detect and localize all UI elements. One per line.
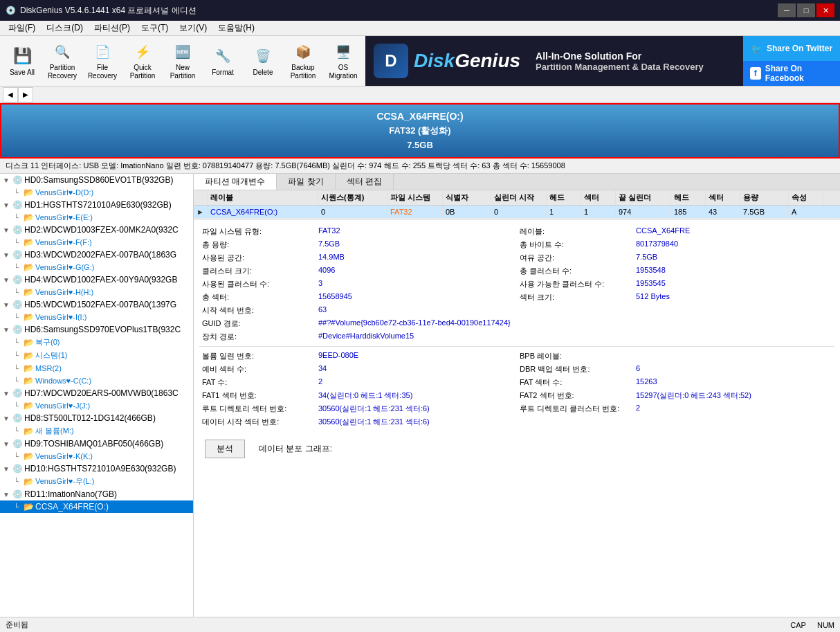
drive-icon-i: 📂 bbox=[24, 312, 34, 322]
tree-item-m[interactable]: └ 📂 새 볼륨(M:) bbox=[0, 424, 193, 437]
fs-root-dir-sector-row: 루트 디렉토리 섹터 번호: 30560(실린더:1 헤드:231 섹터:6) bbox=[199, 402, 517, 415]
col-attr: 속성 bbox=[789, 190, 823, 205]
file-recovery-label: FileRecovery bbox=[88, 64, 117, 80]
tab-file-search[interactable]: 파일 찾기 bbox=[277, 174, 335, 190]
quick-partition-button[interactable]: ⚡ QuickPartition bbox=[123, 39, 162, 82]
tree-item-hd8[interactable]: ▼ 💿 HD8:ST500LT012-1DG142(466GB) bbox=[0, 412, 193, 424]
row-capacity: 7.5GB bbox=[740, 206, 789, 218]
tree-item-system[interactable]: └ 📂 시스템(1) bbox=[0, 349, 193, 362]
fs-info-grid: 파일 시스템 유형: FAT32 레이블: CCSA_X64FRE 총 용량: … bbox=[199, 225, 834, 343]
fs-free-row: 여유 공간: 7.5GB bbox=[517, 251, 834, 264]
backup-partition-button[interactable]: 📦 BackupPartition bbox=[284, 39, 322, 82]
tree-item-g[interactable]: └ 📂 VenusGirl♥-G(G:) bbox=[0, 261, 193, 273]
fs-type-row: 파일 시스템 유형: FAT32 bbox=[199, 225, 517, 238]
fs-reserved-row: 예비 섹터 수: 34 bbox=[199, 363, 517, 376]
maximize-button[interactable]: □ bbox=[797, 3, 815, 17]
fs-avail-clusters-row: 사용 가능한 클러스터 수: 1953545 bbox=[517, 278, 834, 291]
format-button[interactable]: 🔧 Format bbox=[203, 39, 242, 82]
tree-item-j[interactable]: └ 📂 VenusGirl♥-J(J:) bbox=[0, 399, 193, 412]
close-button[interactable]: ✕ bbox=[816, 3, 834, 17]
col-sector: 섹터 bbox=[581, 190, 616, 205]
nav-forward-button[interactable]: ▶ bbox=[18, 87, 33, 102]
fs-used-clusters-value: 3 bbox=[318, 279, 322, 287]
delete-label: Delete bbox=[253, 69, 273, 77]
tab-sector-edit[interactable]: 섹터 편집 bbox=[336, 174, 394, 190]
tree-item-hd9[interactable]: ▼ 💿 HD9:TOSHIBAMQ01ABF050(466GB) bbox=[0, 437, 193, 450]
tree-item-hd0[interactable]: ▼ 💿 HD0:SamsungSSD860EVO1TB(932GB) bbox=[0, 174, 193, 186]
menu-file[interactable]: 파일(F) bbox=[3, 21, 41, 35]
fs-start-sector-row: 시작 섹터 번호: 63 bbox=[199, 304, 517, 317]
tab-partition-params[interactable]: 파티션 매개변수 bbox=[194, 174, 277, 190]
col-indicator bbox=[194, 190, 208, 205]
menubar: 파일(F) 디스크(D) 파티션(P) 도구(T) 보기(V) 도움말(H) bbox=[0, 21, 840, 36]
tree-item-hd5[interactable]: ▼ 💿 HD5:WDCWD1502FAEX-007BA0(1397G bbox=[0, 298, 193, 311]
drive-icon-d: 📂 bbox=[24, 188, 34, 197]
row-sector: 1 bbox=[581, 206, 616, 218]
disk-info-bar: 디스크 11 인터페이스: USB 모델: ImationNano 일련 번호:… bbox=[0, 159, 840, 174]
tree-item-recovery[interactable]: └ 📂 복구(0) bbox=[0, 336, 193, 349]
status-right: CAP NUM bbox=[790, 621, 834, 629]
new-partition-button[interactable]: 🆕 NewPartition bbox=[163, 39, 202, 82]
tree-item-hd10[interactable]: ▼ 💿 HD10:HGSTHTS721010A9E630(932GB) bbox=[0, 462, 193, 475]
tree-item-d[interactable]: └ 📂 VenusGirl♥-D(D:) bbox=[0, 186, 193, 199]
fs-root-dir-sector-label: 루트 디렉토리 섹터 번호: bbox=[202, 404, 313, 414]
os-migration-button[interactable]: 🖥️ OS Migration bbox=[324, 39, 363, 82]
tree-item-o[interactable]: └ 📂 CCSA_X64FRE(O:) bbox=[0, 500, 193, 513]
share-twitter-button[interactable]: 🐦 Share On Twitter bbox=[743, 36, 840, 61]
fs-avail-clusters-label: 사용 가능한 클러스터 수: bbox=[520, 279, 630, 289]
partition-row-0[interactable]: ► CCSA_X64FRE(O:) 0 FAT32 0B 0 1 1 974 1… bbox=[194, 206, 840, 219]
tree-item-hd7[interactable]: ▼ 💿 HD7:WDCWD20EARS-00MVWB0(1863C bbox=[0, 387, 193, 399]
save-all-button[interactable]: 💾 Save All bbox=[3, 39, 42, 82]
tree-item-hd4[interactable]: ▼ 💿 HD4:WDCWD1002FAEX-00Y9A0(932GB bbox=[0, 273, 193, 286]
backup-partition-icon: 📦 bbox=[292, 42, 314, 62]
col-sector-end: 섹터 bbox=[706, 190, 740, 205]
tree-item-h[interactable]: └ 📂 VenusGirl♥-H(H:) bbox=[0, 286, 193, 298]
delete-button[interactable]: 🗑️ Delete bbox=[244, 39, 282, 82]
disk-info-text: 디스크 11 인터페이스: USB 모델: ImationNano 일련 번호:… bbox=[6, 161, 565, 171]
menu-tools[interactable]: 도구(T) bbox=[136, 21, 174, 35]
menu-help[interactable]: 도움말(H) bbox=[212, 21, 260, 35]
tree-item-l[interactable]: └ 📂 VenusGirl♥-우(L:) bbox=[0, 475, 193, 488]
share-facebook-button[interactable]: f Share On Facebook bbox=[743, 61, 840, 86]
tree-item-hd3[interactable]: ▼ 💿 HD3:WDCWD2002FAEX-007BA0(1863G bbox=[0, 249, 193, 261]
menu-view[interactable]: 보기(V) bbox=[174, 21, 212, 35]
fs-free-value: 7.5GB bbox=[636, 253, 657, 261]
fs-cluster-size-label: 클러스터 크기: bbox=[202, 266, 313, 276]
disk-icon-hd5: 💿 bbox=[12, 300, 23, 309]
file-recovery-button[interactable]: 📄 FileRecovery bbox=[83, 39, 122, 82]
tree-item-hd1[interactable]: ▼ 💿 HD1:HGSTHTS721010A9E630(932GB) bbox=[0, 199, 193, 211]
tree-item-hd2[interactable]: ▼ 💿 HD2:WDCWD1003FZEX-00MK2A0(932C bbox=[0, 224, 193, 236]
minimize-button[interactable]: ─ bbox=[778, 3, 796, 17]
tree-item-msr[interactable]: └ 📂 MSR(2) bbox=[0, 362, 193, 374]
menu-disk[interactable]: 디스크(D) bbox=[41, 21, 89, 35]
fs-total-cap-value: 7.5GB bbox=[318, 240, 340, 248]
analyze-button[interactable]: 분석 bbox=[205, 440, 245, 458]
tree-item-e[interactable]: └ 📂 VenusGirl♥-E(E:) bbox=[0, 211, 193, 224]
nav-back-button[interactable]: ◀ bbox=[3, 87, 18, 102]
tree-item-hd6[interactable]: ▼ 💿 HD6:SamsungSSD970EVOPlus1TB(932C bbox=[0, 323, 193, 336]
tree-item-f[interactable]: └ 📂 VenusGirl♥-F(F:) bbox=[0, 236, 193, 249]
fs-total-sectors-label: 총 섹터: bbox=[202, 292, 313, 303]
titlebar-controls[interactable]: ─ □ ✕ bbox=[778, 3, 834, 17]
drive-icon-f: 📂 bbox=[24, 237, 34, 247]
menu-partition[interactable]: 파티션(P) bbox=[89, 21, 136, 35]
tree-item-i[interactable]: └ 📂 VenusGirl♥-I(I:) bbox=[0, 311, 193, 323]
fs-fat-sectors-label: FAT 섹터 수: bbox=[520, 377, 630, 388]
tree-item-rd11[interactable]: ▼ 💿 RD11:ImationNano(7GB) bbox=[0, 488, 193, 500]
fs-fat-sectors-value: 15263 bbox=[636, 377, 657, 386]
tree-item-c[interactable]: └ 📂 Windows♥-C(C:) bbox=[0, 374, 193, 387]
tree-item-k[interactable]: └ 📂 VenusGirl♥-K(K:) bbox=[0, 450, 193, 462]
fs-total-clusters-value: 1953548 bbox=[636, 266, 666, 274]
logo-description: Partition Management & Data Recovery bbox=[536, 62, 735, 72]
disk-icon-hd8: 💿 bbox=[12, 413, 23, 423]
fs-fat2-label: FAT2 섹터 번호: bbox=[520, 390, 630, 401]
row-filesystem: FAT32 bbox=[387, 206, 443, 218]
partition-recovery-button[interactable]: 🔍 PartitionRecovery bbox=[43, 39, 82, 82]
disk-tree-panel[interactable]: ▼ 💿 HD0:SamsungSSD860EVO1TB(932GB) └ 📂 V… bbox=[0, 174, 194, 619]
partition-recovery-label: PartitionRecovery bbox=[48, 64, 77, 80]
fs-empty-row bbox=[517, 304, 834, 317]
fs-data-start-value: 30560(실린더:1 헤드:231 섹터:6) bbox=[318, 417, 430, 427]
row-head-end: 185 bbox=[671, 206, 706, 218]
row-cyl-end: 974 bbox=[616, 206, 671, 218]
fs-device-value: #Device#HarddiskVolume15 bbox=[318, 332, 414, 340]
